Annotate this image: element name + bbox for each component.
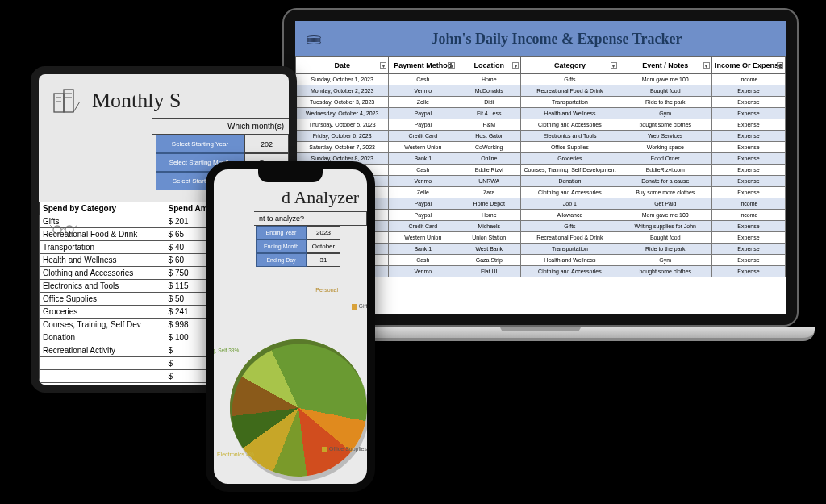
tracker-cell[interactable]: Western Union: [389, 232, 457, 244]
tracker-cell[interactable]: Expense: [711, 232, 785, 244]
tracker-cell[interactable]: Ride to the park: [619, 244, 711, 255]
tracker-cell[interactable]: Gaza Strip: [457, 255, 521, 266]
tracker-cell[interactable]: bought some clothes: [619, 119, 711, 131]
tracker-cell[interactable]: Western Union: [389, 142, 457, 153]
tracker-cell[interactable]: Clothing and Accessories: [521, 187, 619, 198]
tracker-cell[interactable]: Tuesday, October 3, 2023: [296, 97, 389, 108]
tracker-cell[interactable]: Venmo: [389, 176, 457, 187]
tracker-cell[interactable]: Health and Wellness: [521, 108, 619, 119]
tracker-cell[interactable]: Paypal: [389, 119, 457, 131]
tracker-row[interactable]: Tuesday, October 3, 2023ZelleDidiTranspo…: [296, 97, 786, 108]
tracker-cell[interactable]: Online: [457, 153, 521, 165]
tracker-cell[interactable]: Income: [711, 210, 785, 221]
tracker-cell[interactable]: Expense: [711, 153, 785, 165]
tracker-cell[interactable]: Recreational Food & Drink: [521, 85, 619, 97]
tracker-cell[interactable]: bought some clothes: [619, 266, 711, 277]
tracker-cell[interactable]: Clothing and Accessories: [521, 266, 619, 277]
tracker-cell[interactable]: Flat UI: [457, 266, 521, 277]
tracker-col-4[interactable]: Event / Notes▾: [619, 57, 711, 74]
tracker-cell[interactable]: Expense: [711, 142, 785, 153]
tracker-cell[interactable]: Cash: [389, 255, 457, 266]
tracker-cell[interactable]: Paypal: [389, 108, 457, 119]
tracker-cell[interactable]: Thursday, October 5, 2023: [296, 119, 389, 131]
tracker-cell[interactable]: Michaels: [457, 221, 521, 232]
select-start-year-button[interactable]: Select Starting Year: [156, 135, 244, 153]
tracker-cell[interactable]: Office Supplies: [521, 142, 619, 153]
tracker-cell[interactable]: Working space: [619, 142, 711, 153]
tracker-cell[interactable]: Gym: [619, 255, 711, 266]
tracker-cell[interactable]: Get Paid: [619, 198, 711, 210]
tracker-cell[interactable]: Transportation: [521, 244, 619, 255]
tracker-cell[interactable]: Expense: [711, 108, 785, 119]
tracker-cell[interactable]: Gifts: [521, 74, 619, 85]
tracker-cell[interactable]: Donate for a cause: [619, 176, 711, 187]
tracker-cell[interactable]: Didi: [457, 97, 521, 108]
tracker-cell[interactable]: Gym: [619, 108, 711, 119]
tracker-col-5[interactable]: Income Or Expense▾: [711, 57, 785, 74]
tracker-cell[interactable]: Recreational Food & Drink: [521, 232, 619, 244]
tracker-row[interactable]: Thursday, October 5, 2023PaypalH&MClothi…: [296, 119, 786, 131]
tracker-cell[interactable]: Paypal: [389, 210, 457, 221]
tracker-cell[interactable]: Paypal: [389, 198, 457, 210]
tracker-cell[interactable]: H&M: [457, 119, 521, 131]
ending-year-button[interactable]: Ending Year: [256, 226, 307, 240]
tracker-cell[interactable]: Home Depot: [457, 198, 521, 210]
tracker-col-1[interactable]: Payment Method▾: [389, 57, 457, 74]
tracker-cell[interactable]: Mom gave me 100: [619, 210, 711, 221]
tracker-cell[interactable]: Ride to the park: [619, 97, 711, 108]
tracker-cell[interactable]: Income: [711, 74, 785, 85]
tracker-cell[interactable]: Host Gator: [457, 131, 521, 142]
filter-icon[interactable]: ▾: [448, 62, 455, 69]
tracker-col-2[interactable]: Location▾: [457, 57, 521, 74]
tracker-col-0[interactable]: Date▾: [296, 57, 389, 74]
tracker-row[interactable]: Wednesday, October 4, 2023PaypalFit 4 Le…: [296, 108, 786, 119]
tracker-cell[interactable]: Bank 1: [389, 244, 457, 255]
tracker-cell[interactable]: Home: [457, 210, 521, 221]
tracker-cell[interactable]: Zelle: [389, 97, 457, 108]
filter-icon[interactable]: ▾: [512, 62, 519, 69]
tracker-cell[interactable]: Expense: [711, 97, 785, 108]
tracker-cell[interactable]: Expense: [711, 85, 785, 97]
ending-day-value[interactable]: 31: [307, 253, 340, 267]
tracker-cell[interactable]: Expense: [711, 221, 785, 232]
tracker-row[interactable]: Sunday, October 8, 2023Bank 1OnlineGroce…: [296, 153, 786, 165]
tracker-cell[interactable]: Friday, October 6, 2023: [296, 131, 389, 142]
start-year-value[interactable]: 202: [244, 135, 289, 153]
tracker-cell[interactable]: Expense: [711, 165, 785, 176]
tracker-cell[interactable]: West Bank: [457, 244, 521, 255]
tracker-cell[interactable]: Expense: [711, 131, 785, 142]
filter-icon[interactable]: ▾: [611, 62, 617, 69]
tracker-cell[interactable]: Electronics and Tools: [521, 131, 619, 142]
tracker-cell[interactable]: CoWorking: [457, 142, 521, 153]
tracker-cell[interactable]: Income: [711, 198, 785, 210]
tracker-cell[interactable]: Venmo: [389, 266, 457, 277]
filter-icon[interactable]: ▾: [380, 62, 386, 69]
tracker-cell[interactable]: Expense: [711, 266, 785, 277]
tracker-cell[interactable]: Monday, October 2, 2023: [296, 85, 389, 97]
tracker-cell[interactable]: Saturday, October 7, 2023: [296, 142, 389, 153]
tracker-cell[interactable]: Bank 1: [389, 153, 457, 165]
tracker-cell[interactable]: Zara: [457, 187, 521, 198]
tracker-cell[interactable]: Credit Card: [389, 131, 457, 142]
tracker-cell[interactable]: Donation: [521, 176, 619, 187]
col-category[interactable]: Spend by Category: [40, 202, 165, 215]
tracker-cell[interactable]: Expense: [711, 244, 785, 255]
tracker-row[interactable]: Sunday, October 1, 2023CashHomeGiftsMom …: [296, 74, 786, 85]
tracker-cell[interactable]: Writing supplies for John: [619, 221, 711, 232]
tracker-cell[interactable]: Courses, Training, Self Development: [521, 165, 619, 176]
tracker-cell[interactable]: Expense: [711, 176, 785, 187]
tracker-col-3[interactable]: Category▾: [521, 57, 619, 74]
tracker-row[interactable]: Monday, October 2, 2023VenmoMcDonaldsRec…: [296, 85, 786, 97]
tracker-cell[interactable]: Fit 4 Less: [457, 108, 521, 119]
tracker-cell[interactable]: Cash: [389, 74, 457, 85]
tracker-cell[interactable]: Clothing and Accessories: [521, 119, 619, 131]
ending-month-value[interactable]: October: [307, 240, 340, 253]
tracker-cell[interactable]: Transportation: [521, 97, 619, 108]
tracker-cell[interactable]: Groceries: [521, 153, 619, 165]
ending-year-value[interactable]: 2023: [307, 226, 340, 240]
tracker-row[interactable]: Friday, October 6, 2023Credit CardHost G…: [296, 131, 786, 142]
tracker-cell[interactable]: Eddie Rizvi: [457, 165, 521, 176]
tracker-cell[interactable]: Venmo: [389, 85, 457, 97]
ending-day-button[interactable]: Ending Day: [256, 253, 307, 267]
ending-month-button[interactable]: Ending Month: [256, 240, 307, 253]
